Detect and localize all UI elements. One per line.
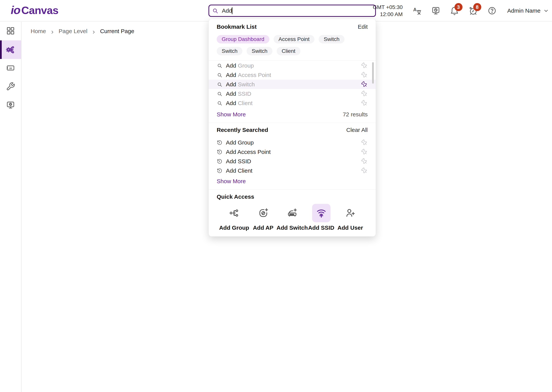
recent-search-label: Add SSID (226, 158, 251, 165)
suggestion-row[interactable]: Add Switch (209, 80, 376, 89)
pin-icon[interactable] (360, 98, 369, 108)
add-ssid-icon (312, 204, 330, 222)
search-icon (212, 7, 218, 14)
recent-search-label: Add Client (226, 168, 252, 174)
quick-access-add-ap[interactable]: Add AP (249, 204, 278, 231)
suggestion-prefix: Add (226, 81, 236, 88)
scrollbar-thumb[interactable] (372, 62, 374, 84)
suggestion-row[interactable]: Add Group (209, 61, 376, 70)
monitor-settings-icon (6, 100, 15, 111)
quick-access-title: Quick Access (217, 194, 254, 200)
bookmark-chip[interactable]: Client (277, 47, 301, 55)
brand-logo[interactable]: io Canvas (11, 3, 58, 17)
bookmark-chips: Group Dashboard Access Point Switch Swit… (217, 35, 368, 55)
history-icon (217, 159, 222, 164)
clear-all-button[interactable]: Clear All (346, 127, 368, 133)
sidebar-item-system[interactable] (0, 96, 21, 115)
breadcrumb: Home Page Level Current Page (31, 28, 134, 35)
alarm-badge: 8 (473, 3, 481, 11)
recent-search-label: Add Access Point (226, 149, 271, 155)
pin-icon[interactable] (360, 157, 369, 166)
pin-icon[interactable] (360, 147, 369, 156)
pin-icon[interactable] (360, 61, 369, 70)
notification-badge: 3 (454, 3, 463, 11)
suggestion-suffix: Switch (238, 81, 255, 88)
result-count: 72 results (343, 111, 368, 118)
bookmark-chip[interactable]: Switch (247, 47, 272, 55)
notifications-bell-icon[interactable]: 3 (450, 6, 459, 15)
svg-text:A: A (413, 7, 416, 12)
app-root: io Canvas GMT +05:30 12:00 AM A (0, 0, 552, 392)
suggestion-suffix: Group (238, 63, 254, 69)
bookmark-chip[interactable]: Switch (217, 47, 242, 55)
breadcrumb-page-level[interactable]: Page Level (59, 28, 87, 35)
add-ap-icon (254, 204, 272, 222)
recent-search-row[interactable]: Add Client (209, 166, 376, 175)
search-icon (217, 63, 222, 69)
alarm-clock-icon[interactable]: 8 (469, 6, 478, 15)
recent-search-row[interactable]: Add Group (209, 138, 376, 147)
global-search (208, 5, 376, 17)
quick-access-label: Add AP (253, 224, 273, 231)
quick-access-add-user[interactable]: Add User (336, 204, 365, 231)
bookmark-chip[interactable]: Group Dashboard (217, 35, 269, 43)
help-icon[interactable] (487, 6, 497, 15)
suggestion-row[interactable]: Add Client (209, 98, 376, 108)
quick-access-add-switch[interactable]: Add Switch (278, 204, 307, 231)
language-icon[interactable]: A (412, 6, 422, 15)
bookmark-edit-button[interactable]: Edit (358, 24, 368, 30)
quick-access-add-group[interactable]: Add Group (220, 204, 249, 231)
quick-access-items: Add Group Add AP (209, 204, 376, 231)
bookmark-list-title: Bookmark List (217, 24, 257, 30)
sidebar-item-tools[interactable] (0, 77, 21, 96)
wrench-icon (6, 82, 15, 92)
bookmark-chip[interactable]: Access Point (274, 35, 315, 43)
search-icon (217, 91, 222, 97)
recently-searched-title: Recently Searched (217, 127, 268, 133)
logo-text: Canvas (21, 4, 58, 16)
top-bar: io Canvas GMT +05:30 12:00 AM A (0, 0, 552, 21)
recent-show-more-link[interactable]: Show More (217, 178, 246, 184)
recently-searched-list: Add Group Add Access Point Add SSID Add … (209, 138, 376, 175)
pin-icon[interactable] (360, 89, 369, 98)
admin-menu[interactable]: Admin Name (507, 7, 549, 14)
history-icon (217, 149, 222, 155)
suggestion-prefix: Add (226, 63, 236, 69)
monitor-clock-icon[interactable] (431, 6, 440, 15)
suggestion-suffix: SSID (238, 91, 251, 97)
recent-search-row[interactable]: Add Access Point (209, 147, 376, 157)
breadcrumb-current-page: Current Page (100, 28, 134, 35)
bookmark-chip[interactable]: Switch (319, 35, 344, 43)
dashboard-grid-icon (6, 26, 15, 36)
network-settings-icon (6, 45, 15, 55)
text-caret (232, 7, 232, 14)
recent-search-label: Add Group (226, 139, 254, 146)
license-icon: io (6, 63, 15, 73)
admin-name-label: Admin Name (507, 7, 540, 14)
suggestion-prefix: Add (226, 91, 236, 97)
time-label: 12:00 AM (373, 11, 403, 18)
quick-access-add-ssid[interactable]: Add SSID (307, 204, 336, 231)
pin-icon-pinned[interactable] (360, 80, 369, 89)
breadcrumb-home[interactable]: Home (31, 28, 46, 35)
quick-access-label: Add Switch (276, 224, 308, 231)
recent-search-row[interactable]: Add SSID (209, 157, 376, 166)
suggestions-show-more-link[interactable]: Show More (217, 111, 246, 118)
sidebar-item-dashboard[interactable] (0, 22, 21, 40)
add-user-icon (341, 204, 359, 222)
timezone-label: GMT +05:30 (373, 4, 403, 11)
pin-icon[interactable] (360, 138, 369, 147)
sidebar-item-license[interactable]: io (0, 59, 21, 77)
logo-io-mark: io (11, 3, 20, 17)
pin-icon[interactable] (360, 166, 369, 175)
suggestion-row[interactable]: Add SSID (209, 89, 376, 98)
search-suggestions: Add Group Add Access Point Add Switch (209, 61, 376, 108)
sidebar-item-network-config[interactable] (0, 40, 21, 59)
suggestion-row[interactable]: Add Access Point (209, 70, 376, 80)
quick-access-label: Add SSID (308, 224, 334, 231)
history-icon (217, 168, 222, 174)
pin-icon[interactable] (360, 70, 369, 79)
search-icon (217, 72, 222, 78)
search-input[interactable] (208, 5, 376, 17)
quick-access-label: Add User (337, 224, 363, 231)
